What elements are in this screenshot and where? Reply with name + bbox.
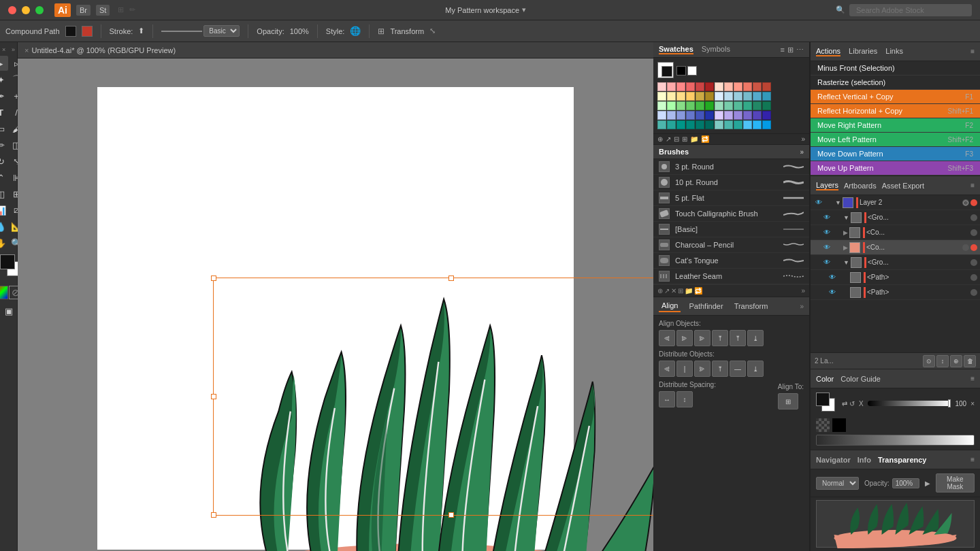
opacity-input[interactable] <box>892 478 919 488</box>
swatch[interactable] <box>657 111 666 120</box>
color-black-swatch[interactable] <box>832 418 846 432</box>
swatch[interactable] <box>715 111 723 120</box>
brush-item-cats-tongue[interactable]: Cat's Tongue <box>653 253 809 269</box>
create-new-sublayer-btn[interactable]: ↕ <box>936 355 949 367</box>
make-mask-button[interactable]: Make Mask <box>936 473 975 492</box>
swatch[interactable] <box>734 120 742 129</box>
distribute-right-btn[interactable]: ⫸ <box>694 361 710 377</box>
swatch[interactable] <box>724 92 733 101</box>
swatch[interactable] <box>676 92 685 101</box>
action-rasterize[interactable]: Rasterize (selection) <box>811 76 980 90</box>
brush-item-10pt-round[interactable]: 10 pt. Round <box>653 175 809 190</box>
swatch[interactable] <box>715 92 723 101</box>
swatches-tab[interactable]: Swatches <box>659 45 693 54</box>
swatch[interactable] <box>657 92 666 101</box>
swatch[interactable] <box>705 120 714 129</box>
layer-visibility-icon[interactable]: 👁 <box>821 242 832 253</box>
layer-expand-icon[interactable]: ▶ <box>843 229 848 236</box>
swatch[interactable] <box>705 92 714 101</box>
brush-item-leather-seam[interactable]: Leather Seam <box>653 269 809 284</box>
transparency-panel-menu[interactable]: ≡ <box>970 456 975 463</box>
layer-circle-btn[interactable] <box>970 259 977 266</box>
action-move-up[interactable]: Move Up Pattern Shift+F3 <box>811 161 980 176</box>
swatches-tools-icon-4[interactable]: ⊞ <box>682 135 687 143</box>
distribute-center-h-btn[interactable]: | <box>676 361 693 377</box>
warp-tool-btn[interactable]: ⌃ <box>0 170 8 185</box>
create-layer-btn[interactable]: ⊕ <box>950 355 962 367</box>
swatch[interactable] <box>686 101 695 110</box>
pen-tool-btn[interactable]: ✒ <box>0 88 8 103</box>
swatch[interactable] <box>667 82 676 91</box>
swatch[interactable] <box>743 82 752 91</box>
swatch[interactable] <box>696 82 704 91</box>
swatch[interactable] <box>705 111 714 120</box>
fill-color-box[interactable] <box>65 26 76 37</box>
close-window-button[interactable] <box>8 6 16 14</box>
brushes-tool-3[interactable]: ✕ <box>671 287 676 295</box>
type-tool-btn[interactable]: T <box>0 105 8 120</box>
layers-tab-layers[interactable]: Layers <box>816 181 838 190</box>
swatch[interactable] <box>676 120 685 129</box>
swatch[interactable] <box>734 101 742 110</box>
brush-item-charcoal[interactable]: Charcoal – Pencil <box>653 237 809 253</box>
align-to-btn[interactable]: ⊞ <box>778 393 798 410</box>
layer-circle-btn[interactable] <box>970 274 977 281</box>
swatch[interactable] <box>686 92 695 101</box>
swatch[interactable] <box>676 82 685 91</box>
layer-row-co2[interactable]: 👁 ▶ <Co... <box>811 240 980 255</box>
pencil-tool-btn[interactable]: ✏ <box>0 137 8 152</box>
layer-visibility-icon[interactable]: 👁 <box>813 197 824 208</box>
align-right-btn[interactable]: ⫸ <box>694 330 710 346</box>
layer-circle-btn[interactable] <box>970 214 977 221</box>
brush-selector[interactable]: Basic <box>203 25 240 37</box>
make-clipping-mask-btn[interactable]: ⊙ <box>923 355 935 367</box>
swatch[interactable] <box>734 82 742 91</box>
color-value-close[interactable]: × <box>970 400 975 407</box>
distribute-h-spacing-btn[interactable]: ↔ <box>659 391 675 407</box>
swatch[interactable] <box>696 120 704 129</box>
layers-panel-menu[interactable]: ≡ <box>970 182 975 189</box>
swatch[interactable] <box>734 111 742 120</box>
workspace-selector[interactable]: My Pattern workspace ▾ <box>445 5 526 14</box>
brush-item-touch-calligraphic[interactable]: Touch Calligraphic Brush <box>653 206 809 222</box>
color-panel-menu[interactable]: ≡ <box>970 375 975 382</box>
swatch[interactable] <box>753 101 762 110</box>
expand-opacity-icon[interactable]: ▶ <box>925 480 930 487</box>
layer-expand-icon[interactable]: ▼ <box>843 214 849 221</box>
action-reflect-vertical[interactable]: Reflect Vertical + Copy F1 <box>811 90 980 104</box>
layers-tab-asset-export[interactable]: Asset Export <box>882 182 924 190</box>
swatch[interactable] <box>753 82 762 91</box>
action-reflect-horizontal[interactable]: Reflect Horizontal + Copy Shift+F1 <box>811 104 980 118</box>
swatch[interactable] <box>657 82 666 91</box>
swatch[interactable] <box>734 92 742 101</box>
black-swatch[interactable] <box>676 66 686 76</box>
white-swatch[interactable] <box>687 66 697 76</box>
layer-circle-btn[interactable]: ◯ <box>962 199 969 206</box>
canvas-tab-close[interactable]: × <box>24 46 29 54</box>
swatch[interactable] <box>724 101 733 110</box>
panel-collapse-icon[interactable]: ⋯ <box>796 46 804 54</box>
swatch[interactable] <box>667 92 676 101</box>
info-tab[interactable]: Info <box>858 456 871 464</box>
swatch[interactable] <box>657 120 666 129</box>
swatch[interactable] <box>743 111 752 120</box>
layer-circle-btn[interactable] <box>970 289 977 296</box>
layer-expand-icon[interactable]: ▼ <box>835 199 841 206</box>
swatches-grid-icon[interactable]: ⊞ <box>787 46 794 54</box>
action-move-left[interactable]: Move Left Pattern Shift+F2 <box>811 133 980 147</box>
chart-tool-btn[interactable]: 📊 <box>0 203 8 218</box>
maximize-window-button[interactable] <box>35 6 44 14</box>
transform-grid-icon[interactable]: ⊞ <box>378 27 385 36</box>
align-panel-expand[interactable]: » <box>800 303 804 310</box>
swatch[interactable] <box>715 101 723 110</box>
distribute-left-btn[interactable]: ⫷ <box>659 361 675 377</box>
swatch[interactable] <box>762 111 771 120</box>
close-toolbar-btn[interactable]: × <box>2 46 5 53</box>
layer-row-gro2[interactable]: 👁 ▼ <Gro... <box>811 255 980 270</box>
layer-row-gro1[interactable]: 👁 ▼ <Gro... <box>811 210 980 225</box>
color-reset-icon[interactable]: ↺ <box>849 400 855 407</box>
canvas-surface[interactable] <box>18 59 653 551</box>
brushes-tool-6[interactable]: 🔁 <box>694 287 702 295</box>
eyedropper-tool-btn[interactable]: 💧 <box>0 219 8 234</box>
brushes-panel-expand-btn[interactable]: » <box>801 287 805 295</box>
